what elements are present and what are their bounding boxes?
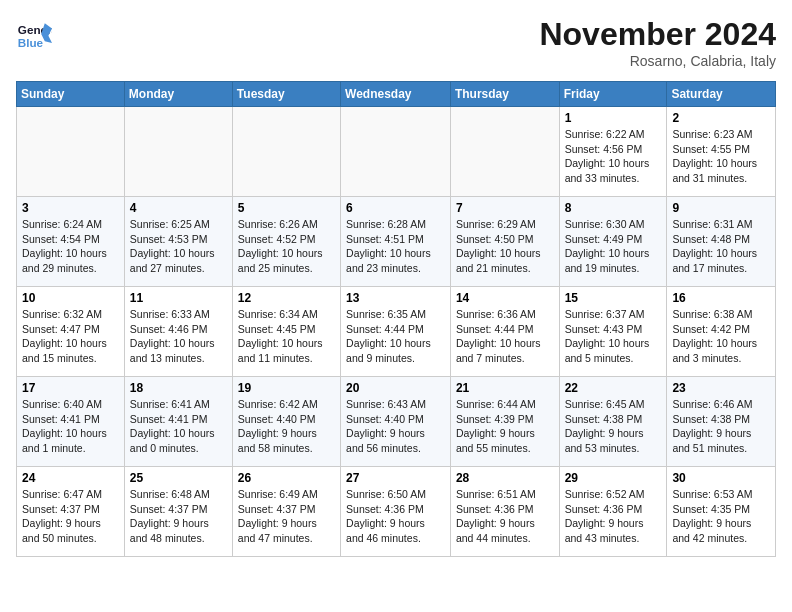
day-number: 7 — [456, 201, 554, 215]
calendar-header-row: SundayMondayTuesdayWednesdayThursdayFrid… — [17, 82, 776, 107]
day-number: 10 — [22, 291, 119, 305]
calendar-cell: 20Sunrise: 6:43 AM Sunset: 4:40 PM Dayli… — [341, 377, 451, 467]
day-info: Sunrise: 6:40 AM Sunset: 4:41 PM Dayligh… — [22, 397, 119, 456]
calendar-cell: 24Sunrise: 6:47 AM Sunset: 4:37 PM Dayli… — [17, 467, 125, 557]
day-info: Sunrise: 6:34 AM Sunset: 4:45 PM Dayligh… — [238, 307, 335, 366]
day-info: Sunrise: 6:32 AM Sunset: 4:47 PM Dayligh… — [22, 307, 119, 366]
calendar-cell: 9Sunrise: 6:31 AM Sunset: 4:48 PM Daylig… — [667, 197, 776, 287]
calendar-day-header: Monday — [124, 82, 232, 107]
calendar-cell — [17, 107, 125, 197]
calendar-cell — [450, 107, 559, 197]
day-info: Sunrise: 6:52 AM Sunset: 4:36 PM Dayligh… — [565, 487, 662, 546]
day-info: Sunrise: 6:29 AM Sunset: 4:50 PM Dayligh… — [456, 217, 554, 276]
day-number: 22 — [565, 381, 662, 395]
calendar-week-row: 24Sunrise: 6:47 AM Sunset: 4:37 PM Dayli… — [17, 467, 776, 557]
day-number: 17 — [22, 381, 119, 395]
calendar-cell: 3Sunrise: 6:24 AM Sunset: 4:54 PM Daylig… — [17, 197, 125, 287]
day-info: Sunrise: 6:22 AM Sunset: 4:56 PM Dayligh… — [565, 127, 662, 186]
calendar-cell: 23Sunrise: 6:46 AM Sunset: 4:38 PM Dayli… — [667, 377, 776, 467]
day-info: Sunrise: 6:36 AM Sunset: 4:44 PM Dayligh… — [456, 307, 554, 366]
day-info: Sunrise: 6:47 AM Sunset: 4:37 PM Dayligh… — [22, 487, 119, 546]
calendar-cell: 4Sunrise: 6:25 AM Sunset: 4:53 PM Daylig… — [124, 197, 232, 287]
day-number: 25 — [130, 471, 227, 485]
calendar-day-header: Wednesday — [341, 82, 451, 107]
day-number: 26 — [238, 471, 335, 485]
calendar-cell: 11Sunrise: 6:33 AM Sunset: 4:46 PM Dayli… — [124, 287, 232, 377]
title-block: November 2024 Rosarno, Calabria, Italy — [539, 16, 776, 69]
calendar-cell: 30Sunrise: 6:53 AM Sunset: 4:35 PM Dayli… — [667, 467, 776, 557]
calendar-day-header: Friday — [559, 82, 667, 107]
calendar-cell: 12Sunrise: 6:34 AM Sunset: 4:45 PM Dayli… — [232, 287, 340, 377]
day-number: 12 — [238, 291, 335, 305]
day-info: Sunrise: 6:26 AM Sunset: 4:52 PM Dayligh… — [238, 217, 335, 276]
calendar-cell: 17Sunrise: 6:40 AM Sunset: 4:41 PM Dayli… — [17, 377, 125, 467]
calendar-cell: 7Sunrise: 6:29 AM Sunset: 4:50 PM Daylig… — [450, 197, 559, 287]
calendar-cell — [232, 107, 340, 197]
day-info: Sunrise: 6:41 AM Sunset: 4:41 PM Dayligh… — [130, 397, 227, 456]
logo: General Blue — [16, 16, 52, 52]
day-number: 9 — [672, 201, 770, 215]
day-number: 23 — [672, 381, 770, 395]
calendar-cell: 28Sunrise: 6:51 AM Sunset: 4:36 PM Dayli… — [450, 467, 559, 557]
month-title: November 2024 — [539, 16, 776, 53]
calendar-cell: 18Sunrise: 6:41 AM Sunset: 4:41 PM Dayli… — [124, 377, 232, 467]
calendar-week-row: 10Sunrise: 6:32 AM Sunset: 4:47 PM Dayli… — [17, 287, 776, 377]
day-info: Sunrise: 6:38 AM Sunset: 4:42 PM Dayligh… — [672, 307, 770, 366]
day-number: 8 — [565, 201, 662, 215]
calendar-day-header: Saturday — [667, 82, 776, 107]
page-header: General Blue November 2024 Rosarno, Cala… — [16, 16, 776, 69]
day-number: 3 — [22, 201, 119, 215]
day-info: Sunrise: 6:51 AM Sunset: 4:36 PM Dayligh… — [456, 487, 554, 546]
calendar-cell: 2Sunrise: 6:23 AM Sunset: 4:55 PM Daylig… — [667, 107, 776, 197]
calendar-cell: 8Sunrise: 6:30 AM Sunset: 4:49 PM Daylig… — [559, 197, 667, 287]
calendar-cell — [341, 107, 451, 197]
day-number: 29 — [565, 471, 662, 485]
day-number: 11 — [130, 291, 227, 305]
day-number: 1 — [565, 111, 662, 125]
calendar-cell: 16Sunrise: 6:38 AM Sunset: 4:42 PM Dayli… — [667, 287, 776, 377]
day-number: 30 — [672, 471, 770, 485]
calendar-table: SundayMondayTuesdayWednesdayThursdayFrid… — [16, 81, 776, 557]
calendar-cell: 13Sunrise: 6:35 AM Sunset: 4:44 PM Dayli… — [341, 287, 451, 377]
day-number: 5 — [238, 201, 335, 215]
day-info: Sunrise: 6:30 AM Sunset: 4:49 PM Dayligh… — [565, 217, 662, 276]
calendar-week-row: 3Sunrise: 6:24 AM Sunset: 4:54 PM Daylig… — [17, 197, 776, 287]
day-number: 4 — [130, 201, 227, 215]
calendar-day-header: Thursday — [450, 82, 559, 107]
day-info: Sunrise: 6:50 AM Sunset: 4:36 PM Dayligh… — [346, 487, 445, 546]
day-info: Sunrise: 6:53 AM Sunset: 4:35 PM Dayligh… — [672, 487, 770, 546]
day-info: Sunrise: 6:45 AM Sunset: 4:38 PM Dayligh… — [565, 397, 662, 456]
location-subtitle: Rosarno, Calabria, Italy — [539, 53, 776, 69]
day-number: 15 — [565, 291, 662, 305]
day-number: 24 — [22, 471, 119, 485]
day-info: Sunrise: 6:49 AM Sunset: 4:37 PM Dayligh… — [238, 487, 335, 546]
calendar-cell: 10Sunrise: 6:32 AM Sunset: 4:47 PM Dayli… — [17, 287, 125, 377]
day-number: 16 — [672, 291, 770, 305]
day-info: Sunrise: 6:44 AM Sunset: 4:39 PM Dayligh… — [456, 397, 554, 456]
day-info: Sunrise: 6:35 AM Sunset: 4:44 PM Dayligh… — [346, 307, 445, 366]
day-number: 19 — [238, 381, 335, 395]
day-number: 2 — [672, 111, 770, 125]
day-number: 14 — [456, 291, 554, 305]
calendar-cell: 21Sunrise: 6:44 AM Sunset: 4:39 PM Dayli… — [450, 377, 559, 467]
calendar-week-row: 1Sunrise: 6:22 AM Sunset: 4:56 PM Daylig… — [17, 107, 776, 197]
day-number: 28 — [456, 471, 554, 485]
day-number: 21 — [456, 381, 554, 395]
calendar-cell: 15Sunrise: 6:37 AM Sunset: 4:43 PM Dayli… — [559, 287, 667, 377]
day-info: Sunrise: 6:46 AM Sunset: 4:38 PM Dayligh… — [672, 397, 770, 456]
calendar-cell: 25Sunrise: 6:48 AM Sunset: 4:37 PM Dayli… — [124, 467, 232, 557]
calendar-cell: 14Sunrise: 6:36 AM Sunset: 4:44 PM Dayli… — [450, 287, 559, 377]
calendar-day-header: Tuesday — [232, 82, 340, 107]
calendar-body: 1Sunrise: 6:22 AM Sunset: 4:56 PM Daylig… — [17, 107, 776, 557]
calendar-cell: 19Sunrise: 6:42 AM Sunset: 4:40 PM Dayli… — [232, 377, 340, 467]
calendar-cell: 22Sunrise: 6:45 AM Sunset: 4:38 PM Dayli… — [559, 377, 667, 467]
day-number: 6 — [346, 201, 445, 215]
logo-icon: General Blue — [16, 16, 52, 52]
day-info: Sunrise: 6:24 AM Sunset: 4:54 PM Dayligh… — [22, 217, 119, 276]
day-number: 18 — [130, 381, 227, 395]
calendar-day-header: Sunday — [17, 82, 125, 107]
day-info: Sunrise: 6:43 AM Sunset: 4:40 PM Dayligh… — [346, 397, 445, 456]
calendar-cell: 6Sunrise: 6:28 AM Sunset: 4:51 PM Daylig… — [341, 197, 451, 287]
svg-text:Blue: Blue — [18, 36, 44, 49]
day-number: 27 — [346, 471, 445, 485]
